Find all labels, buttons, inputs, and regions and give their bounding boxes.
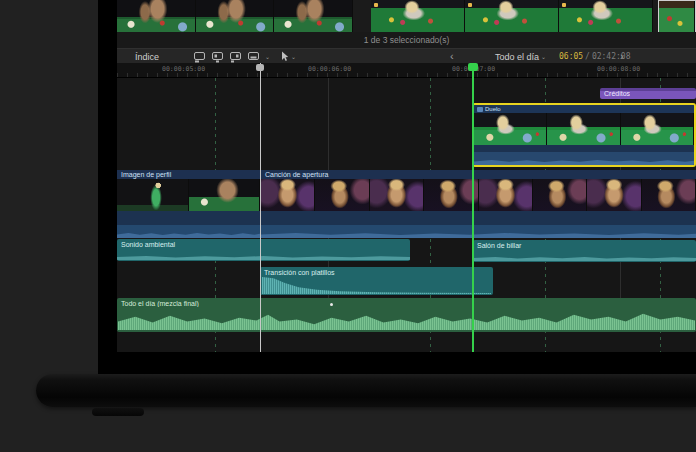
- ruler-timecode: 00:00:08:00: [597, 65, 640, 73]
- browser-clip-dog[interactable]: [117, 0, 353, 32]
- clip-ambient-sound[interactable]: Sonido ambiental: [117, 239, 410, 261]
- clip-selected[interactable]: Duelo: [472, 103, 696, 167]
- chevron-down-icon: ⌄: [541, 54, 546, 60]
- project-name: Todo el día: [495, 52, 539, 62]
- previous-item-button[interactable]: ‹: [450, 49, 454, 64]
- waveform: [117, 255, 410, 260]
- ruler-timecode: 00:00:05:00: [162, 65, 205, 73]
- keyframe-dot[interactable]: [330, 303, 333, 306]
- clip-opening-song[interactable]: Canción de apertura: [260, 170, 696, 238]
- ruler-timecode: 00:00:06:00: [308, 65, 351, 73]
- clip-final-mix[interactable]: Todo el día (mezcla final): [117, 298, 696, 332]
- clip-label: Imagen de perfil: [117, 170, 260, 179]
- chevron-down-icon[interactable]: ⌄: [265, 54, 270, 60]
- clip-label: Salón de billar: [473, 240, 696, 249]
- marker-icon: [374, 3, 378, 7]
- clip-pool-hall[interactable]: Salón de billar: [473, 240, 696, 262]
- browser-filmstrip-row: [117, 0, 696, 32]
- playhead-line[interactable]: [260, 63, 261, 352]
- timeline-tracks-area[interactable]: Créditos Duelo Imagen de perfil: [117, 78, 696, 352]
- thumbnail-frame: [117, 179, 189, 211]
- clip-label: Créditos: [604, 90, 630, 97]
- chevron-down-icon: ⌄: [291, 54, 296, 60]
- thumbnail-frame: [659, 1, 695, 33]
- browser-status-bar: 1 de 3 seleccionado(s) ⌄ ⌄: [117, 32, 696, 48]
- clip-label: Duelo: [485, 106, 501, 112]
- thumbnail-frame: [559, 0, 653, 32]
- macbook-base: [36, 374, 696, 407]
- thumbnail-frame: [465, 0, 559, 32]
- thumbnail-frame: [196, 0, 275, 32]
- clip-audio-section: [474, 152, 694, 165]
- thumbnail-frame: [315, 179, 369, 211]
- thumbnail-frame: [533, 179, 587, 211]
- current-time: 06:05: [559, 52, 583, 61]
- arrow-pointer-icon: [280, 51, 289, 62]
- thumbnail-frame: [621, 113, 694, 145]
- thumbnail-frame: [371, 0, 465, 32]
- thumbnail-frame: [261, 179, 315, 211]
- waveform: [262, 277, 491, 294]
- clip-label: Sonido ambiental: [117, 239, 410, 248]
- thumbnail-frame: [274, 0, 353, 32]
- insert-edit-icon[interactable]: [211, 51, 224, 63]
- total-duration: 02:42:08: [592, 52, 631, 61]
- overwrite-edit-icon[interactable]: [247, 51, 260, 63]
- index-button[interactable]: Índice: [135, 49, 159, 64]
- waveform: [118, 311, 695, 330]
- thumbnail-frame: [117, 0, 196, 32]
- thumbnail-frame: [424, 179, 478, 211]
- thumbnail-frame: [587, 179, 641, 211]
- clip-credits[interactable]: Créditos: [600, 88, 696, 99]
- clip-audio-section: [261, 225, 696, 238]
- waveform: [117, 232, 260, 238]
- macbook-scene: 1 de 3 seleccionado(s) ⌄ ⌄ Índice: [0, 0, 696, 452]
- macbook-foot: [92, 408, 144, 416]
- selection-status-text: 1 de 3 seleccionado(s): [364, 35, 450, 45]
- thumbnail-frame: [642, 179, 696, 211]
- marker-icon: [468, 3, 472, 7]
- timeline-ruler[interactable]: 00:00:05:00 00:00:06:00 00:00:07:00 00:0…: [117, 63, 696, 78]
- marker-icon: [562, 3, 566, 7]
- project-selector[interactable]: Todo el día ⌄: [495, 49, 546, 64]
- clip-profile[interactable]: Imagen de perfil: [117, 170, 260, 238]
- chevron-left-icon: ‹: [450, 51, 454, 62]
- waveform: [261, 232, 696, 238]
- clip-label: Canción de apertura: [261, 170, 696, 179]
- clip-label: Transición con platillos: [260, 267, 493, 276]
- thumbnail-frame: [474, 113, 547, 145]
- skimmer-handle[interactable]: [468, 63, 478, 71]
- clip-audio-section: [117, 225, 260, 238]
- index-button-label: Índice: [135, 52, 159, 62]
- thumbnail-frame: [547, 113, 620, 145]
- append-edit-icon[interactable]: [229, 51, 242, 63]
- browser-clip-partial[interactable]: [658, 0, 696, 32]
- next-item-button[interactable]: ›: [620, 49, 624, 64]
- browser-clip-girl[interactable]: [371, 0, 653, 32]
- film-icon: [477, 107, 483, 112]
- skimmer-line[interactable]: [472, 63, 474, 352]
- waveform: [474, 159, 694, 165]
- thumbnail-frame: [370, 179, 424, 211]
- clip-cymbal-transition[interactable]: Transición con platillos: [260, 267, 493, 295]
- select-tool-button[interactable]: ⌄: [280, 49, 296, 64]
- connect-edit-icon[interactable]: [193, 51, 206, 63]
- chevron-right-icon: ›: [620, 51, 624, 62]
- time-separator: /: [585, 52, 590, 61]
- timeline-toolbar: Índice ⌄ ⌄ ‹ Todo: [117, 48, 696, 63]
- thumbnail-frame: [479, 179, 533, 211]
- waveform: [473, 256, 696, 261]
- thumbnail-frame: [189, 179, 261, 211]
- playhead-handle[interactable]: [256, 64, 264, 71]
- clip-label: Todo el día (mezcla final): [117, 298, 696, 307]
